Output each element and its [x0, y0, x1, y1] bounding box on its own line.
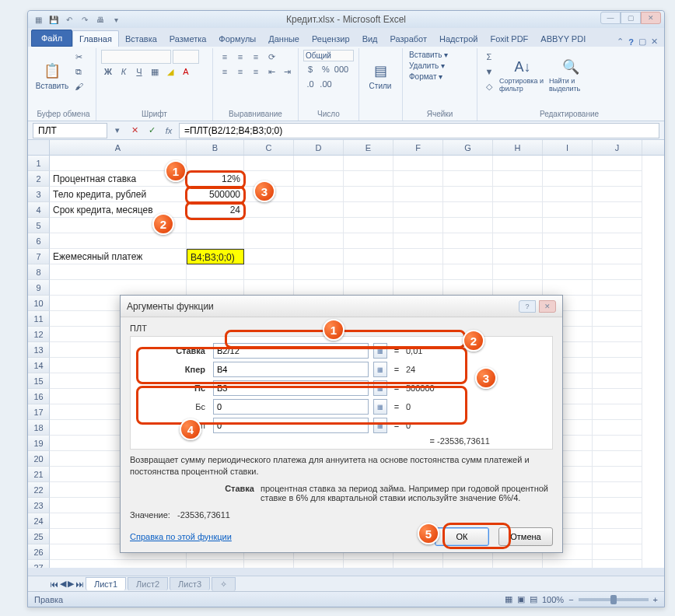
- cell-D5[interactable]: [294, 218, 344, 233]
- cell-J18[interactable]: [593, 420, 642, 436]
- sheet-nav-next-icon[interactable]: ▶: [68, 579, 74, 589]
- decrease-decimal-icon[interactable]: .00: [319, 77, 333, 91]
- cell-B27[interactable]: [187, 560, 244, 568]
- col-header-H[interactable]: H: [493, 140, 543, 155]
- align-middle-icon[interactable]: ≡: [233, 50, 247, 64]
- cell-H9[interactable]: [493, 280, 543, 296]
- row-header[interactable]: 19: [28, 436, 50, 451]
- align-top-icon[interactable]: ≡: [218, 50, 232, 64]
- styles-button[interactable]: ▤Стили: [364, 50, 397, 101]
- range-select-icon[interactable]: ▦: [373, 343, 387, 359]
- sheet-tab-1[interactable]: Лист1: [86, 577, 126, 590]
- cell-H27[interactable]: [493, 560, 543, 568]
- cell-B4[interactable]: 24: [187, 202, 244, 218]
- col-header-D[interactable]: D: [294, 140, 344, 155]
- cell-C7[interactable]: [244, 249, 294, 264]
- col-header-A[interactable]: A: [50, 140, 187, 155]
- row-header[interactable]: 5: [28, 218, 50, 233]
- zoom-out-icon[interactable]: −: [568, 595, 573, 604]
- row-header[interactable]: 7: [28, 249, 50, 264]
- row-header[interactable]: 18: [28, 420, 50, 436]
- view-normal-icon[interactable]: ▦: [505, 594, 512, 604]
- cell-E1[interactable]: [344, 156, 393, 171]
- name-box-dropdown-icon[interactable]: ▾: [110, 124, 124, 138]
- cell-F4[interactable]: [393, 202, 443, 218]
- close-button[interactable]: ✕: [641, 12, 661, 24]
- dialog-close-button[interactable]: ✕: [539, 300, 556, 313]
- fx-icon[interactable]: fx: [162, 124, 176, 138]
- arg-input-Бс[interactable]: [213, 399, 369, 415]
- minimize-button[interactable]: —: [600, 12, 621, 24]
- tab-insert[interactable]: Вставка: [119, 31, 163, 47]
- cell-C9[interactable]: [244, 280, 294, 296]
- cut-icon[interactable]: ✂: [72, 50, 86, 64]
- indent-inc-icon[interactable]: ⇥: [280, 65, 294, 79]
- cell-F5[interactable]: [393, 218, 443, 233]
- underline-button[interactable]: Ч: [132, 65, 146, 79]
- qat-more-icon[interactable]: ▾: [109, 12, 123, 26]
- cell-J4[interactable]: [593, 202, 642, 218]
- cell-G8[interactable]: [443, 264, 493, 280]
- cell-J9[interactable]: [593, 280, 642, 296]
- italic-button[interactable]: К: [117, 65, 131, 79]
- cell-C6[interactable]: [244, 233, 294, 249]
- fill-icon[interactable]: ▼: [482, 65, 496, 79]
- cell-G1[interactable]: [443, 156, 493, 171]
- bold-button[interactable]: Ж: [101, 65, 115, 79]
- cell-I1[interactable]: [543, 156, 593, 171]
- cell-J7[interactable]: [593, 249, 642, 264]
- name-box[interactable]: [33, 123, 107, 138]
- zoom-level[interactable]: 100%: [542, 595, 564, 604]
- copy-icon[interactable]: ⧉: [72, 65, 86, 79]
- row-header[interactable]: 2: [28, 171, 50, 187]
- cell-J14[interactable]: [593, 358, 642, 373]
- arg-input-Ставка[interactable]: [213, 343, 369, 359]
- number-format-select[interactable]: Общий: [303, 50, 354, 61]
- cell-J19[interactable]: [593, 436, 642, 451]
- cell-J22[interactable]: [593, 482, 642, 498]
- row-header[interactable]: 9: [28, 280, 50, 296]
- row-header[interactable]: 24: [28, 513, 50, 529]
- cell-D3[interactable]: [294, 187, 344, 202]
- cell-A7[interactable]: Ежемесяный платеж: [50, 249, 187, 264]
- new-sheet-icon[interactable]: ✧: [212, 577, 236, 591]
- cell-B5[interactable]: [187, 218, 244, 233]
- cells-delete[interactable]: Удалить ▾: [407, 61, 446, 71]
- cell-G9[interactable]: [443, 280, 493, 296]
- cell-H6[interactable]: [493, 233, 543, 249]
- cell-C4[interactable]: [244, 202, 294, 218]
- cell-C27[interactable]: [244, 560, 294, 568]
- cell-D8[interactable]: [294, 264, 344, 280]
- row-header[interactable]: 26: [28, 544, 50, 560]
- cell-J3[interactable]: [593, 187, 642, 202]
- autosum-icon[interactable]: Σ: [482, 50, 496, 64]
- cell-H4[interactable]: [493, 202, 543, 218]
- row-header[interactable]: 4: [28, 202, 50, 218]
- align-right-icon[interactable]: ≡: [249, 65, 263, 79]
- cell-I27[interactable]: [543, 560, 593, 568]
- cell-H1[interactable]: [493, 156, 543, 171]
- tab-layout[interactable]: Разметка: [163, 31, 213, 47]
- align-bottom-icon[interactable]: ≡: [249, 50, 263, 64]
- percent-icon[interactable]: %: [319, 62, 333, 76]
- row-header[interactable]: 6: [28, 233, 50, 249]
- row-header[interactable]: 25: [28, 529, 50, 544]
- col-header-G[interactable]: G: [443, 140, 493, 155]
- range-select-icon[interactable]: ▦: [373, 399, 387, 415]
- print-icon[interactable]: 🖶: [93, 12, 107, 26]
- tab-formulas[interactable]: Формулы: [212, 31, 262, 47]
- row-header[interactable]: 15: [28, 373, 50, 389]
- cell-D6[interactable]: [294, 233, 344, 249]
- cell-H5[interactable]: [493, 218, 543, 233]
- cell-J5[interactable]: [593, 218, 642, 233]
- cell-G4[interactable]: [443, 202, 493, 218]
- cell-G27[interactable]: [443, 560, 493, 568]
- cell-G2[interactable]: [443, 171, 493, 187]
- clear-icon[interactable]: ◇: [482, 79, 496, 93]
- cell-I2[interactable]: [543, 171, 593, 187]
- cell-H3[interactable]: [493, 187, 543, 202]
- row-header[interactable]: 14: [28, 358, 50, 373]
- enter-formula-icon[interactable]: ✓: [145, 124, 159, 138]
- cell-I7[interactable]: [543, 249, 593, 264]
- cell-F6[interactable]: [393, 233, 443, 249]
